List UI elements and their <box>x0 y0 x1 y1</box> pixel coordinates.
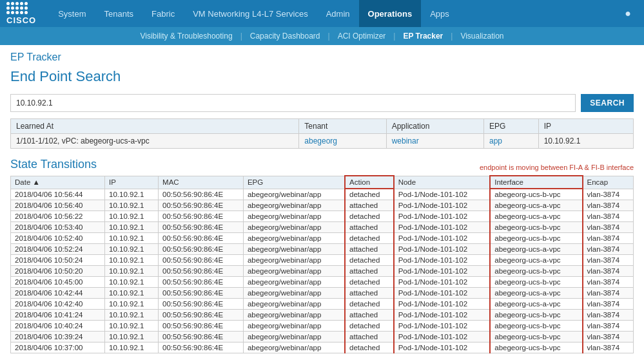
subnav-eptracker[interactable]: EP Tracker <box>395 27 451 45</box>
result-ip: 10.10.92.1 <box>538 134 633 149</box>
state-encap: vlan-3874 <box>583 288 634 299</box>
state-col-date[interactable]: Date ▲ <box>11 176 105 189</box>
state-epg: abegeorg/webinar/app <box>243 332 345 342</box>
state-encap: vlan-3874 <box>583 277 634 288</box>
state-mac: 00:50:56:90:86:4E <box>159 332 244 342</box>
state-interface: abegeorg-ucs-b-vpc <box>490 332 582 342</box>
state-node: Pod-1/Node-101-102 <box>394 288 491 299</box>
state-interface: abegeorg-ucs-b-vpc <box>490 321 582 332</box>
state-interface: abegeorg-ucs-a-vpc <box>490 200 582 211</box>
state-action: detached <box>345 189 394 200</box>
state-encap: vlan-3874 <box>583 244 634 255</box>
state-date: 2018/04/06 10:41:24 <box>11 310 105 321</box>
state-ip: 10.10.92.1 <box>105 321 159 332</box>
state-epg: abegeorg/webinar/app <box>243 299 345 310</box>
state-action: detached <box>345 342 394 353</box>
state-action: detached <box>345 321 394 332</box>
state-date: 2018/04/06 10:39:24 <box>11 332 105 342</box>
subnav-optimizer[interactable]: ACI Optimizer <box>330 27 394 45</box>
nav-item-fabric[interactable]: Fabric <box>142 0 184 27</box>
state-ip: 10.10.92.1 <box>105 211 159 222</box>
state-encap: vlan-3874 <box>583 332 634 342</box>
search-input[interactable] <box>10 94 576 112</box>
subnav-visualization[interactable]: Visualization <box>453 27 511 45</box>
state-node: Pod-1/Node-101-102 <box>394 222 491 233</box>
state-node: Pod-1/Node-101-102 <box>394 244 491 255</box>
state-date: 2018/04/06 10:52:40 <box>11 233 105 244</box>
state-action: attached <box>345 332 394 342</box>
nav-item-admin[interactable]: Admin <box>317 0 359 27</box>
state-date: 2018/04/06 10:45:00 <box>11 277 105 288</box>
state-node: Pod-1/Node-101-102 <box>394 233 491 244</box>
state-encap: vlan-3874 <box>583 342 634 353</box>
state-action: detached <box>345 299 394 310</box>
state-action: attached <box>345 222 394 233</box>
state-col-ip: IP <box>105 176 159 189</box>
state-mac: 00:50:56:90:86:4E <box>159 266 244 277</box>
state-col-epg: EPG <box>243 176 345 189</box>
table-row: 2018/04/06 10:53:40 10.10.92.1 00:50:56:… <box>11 222 634 233</box>
state-interface: abegeorg-ucs-a-vpc <box>490 244 582 255</box>
cisco-wordmark: CISCO <box>6 15 36 25</box>
breadcrumb: EP Tracker <box>10 52 634 63</box>
search-icon[interactable]: ● <box>618 8 638 19</box>
state-interface: abegeorg-ucs-b-vpc <box>490 222 582 233</box>
transitions-title: State Transitions <box>10 158 97 171</box>
nav-item-apps[interactable]: Apps <box>421 0 458 27</box>
result-learned-at: 1/101-1/102, vPC: abegeorg-ucs-a-vpc <box>11 134 299 149</box>
state-date: 2018/04/06 10:53:40 <box>11 222 105 233</box>
state-interface: abegeorg-ucs-a-vpc <box>490 288 582 299</box>
search-button[interactable]: SEARCH <box>581 94 634 112</box>
results-col-epg: EPG <box>484 119 539 134</box>
table-row: 2018/04/06 10:40:24 10.10.92.1 00:50:56:… <box>11 321 634 332</box>
state-action: detached <box>345 277 394 288</box>
state-date: 2018/04/06 10:56:40 <box>11 200 105 211</box>
state-encap: vlan-3874 <box>583 200 634 211</box>
transitions-note: endpoint is moving between FI-A & FI-B i… <box>480 164 634 171</box>
nav-items: System Tenants Fabric VM Networking L4-L… <box>49 0 618 27</box>
state-epg: abegeorg/webinar/app <box>243 266 345 277</box>
results-col-application: Application <box>386 119 483 134</box>
nav-item-tenants[interactable]: Tenants <box>95 0 143 27</box>
state-node: Pod-1/Node-101-102 <box>394 277 491 288</box>
state-date: 2018/04/06 10:50:20 <box>11 266 105 277</box>
epg-link[interactable]: app <box>489 136 502 145</box>
nav-item-operations[interactable]: Operations <box>359 0 422 27</box>
nav-item-vmnetworking[interactable]: VM Networking L4-L7 Services <box>184 0 317 27</box>
state-action: attached <box>345 266 394 277</box>
state-epg: abegeorg/webinar/app <box>243 277 345 288</box>
section-title: End Point Search <box>10 68 634 85</box>
state-ip: 10.10.92.1 <box>105 277 159 288</box>
state-interface: abegeorg-ucs-b-vpc <box>490 342 582 353</box>
state-encap: vlan-3874 <box>583 299 634 310</box>
subnav-capacity[interactable]: Capacity Dashboard <box>242 27 328 45</box>
application-link[interactable]: webinar <box>392 136 419 145</box>
state-ip: 10.10.92.1 <box>105 200 159 211</box>
state-epg: abegeorg/webinar/app <box>243 321 345 332</box>
state-node: Pod-1/Node-101-102 <box>394 332 491 342</box>
nav-item-system[interactable]: System <box>49 0 95 27</box>
state-node: Pod-1/Node-101-102 <box>394 310 491 321</box>
state-date: 2018/04/06 10:52:24 <box>11 244 105 255</box>
table-row: 2018/04/06 10:50:20 10.10.92.1 00:50:56:… <box>11 266 634 277</box>
state-encap: vlan-3874 <box>583 211 634 222</box>
state-action: attached <box>345 288 394 299</box>
state-mac: 00:50:56:90:86:4E <box>159 255 244 266</box>
state-interface: abegeorg-ucs-b-vpc <box>490 277 582 288</box>
result-epg: app <box>484 134 539 149</box>
table-row: 2018/04/06 10:41:24 10.10.92.1 00:50:56:… <box>11 310 634 321</box>
subnav-visibility[interactable]: Visibility & Troubleshooting <box>132 27 240 45</box>
state-action: attached <box>345 200 394 211</box>
state-mac: 00:50:56:90:86:4E <box>159 200 244 211</box>
state-action: detached <box>345 211 394 222</box>
state-ip: 10.10.92.1 <box>105 299 159 310</box>
results-col-ip: IP <box>538 119 633 134</box>
transitions-header: State Transitions endpoint is moving bet… <box>10 158 634 171</box>
state-col-interface: Interface <box>490 176 582 189</box>
state-node: Pod-1/Node-101-102 <box>394 189 491 200</box>
tenant-link[interactable]: abegeorg <box>304 136 337 145</box>
state-mac: 00:50:56:90:86:4E <box>159 288 244 299</box>
sub-navigation: Visibility & Troubleshooting | Capacity … <box>0 27 644 45</box>
state-date: 2018/04/06 10:50:24 <box>11 255 105 266</box>
state-node: Pod-1/Node-101-102 <box>394 266 491 277</box>
